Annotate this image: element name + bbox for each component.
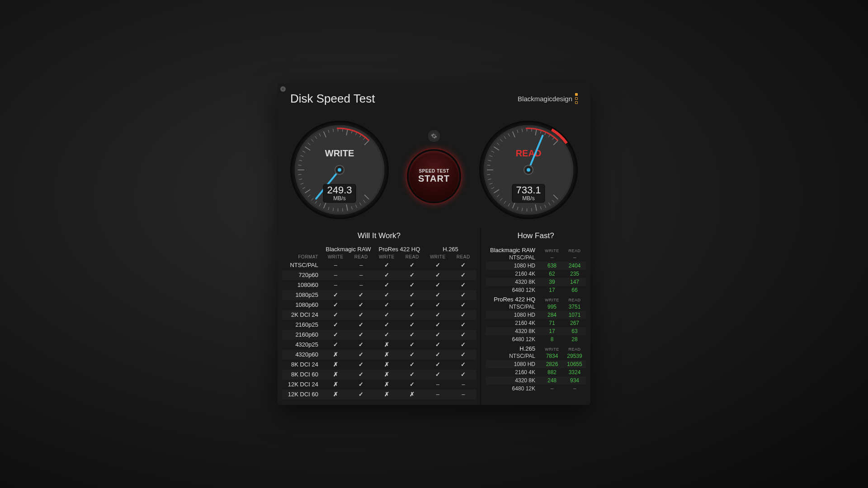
check-icon: ✓	[323, 291, 349, 298]
check-icon: ✓	[349, 381, 374, 388]
cross-icon: ✗	[323, 351, 349, 358]
start-label-large: START	[418, 174, 450, 184]
will-row: 1080p25✓✓✓✓✓✓	[282, 290, 476, 300]
check-icon: ✓	[400, 272, 425, 278]
fast-write-value: 248	[541, 377, 563, 384]
read-header: READ	[400, 253, 425, 260]
fast-read-value: 29539	[563, 353, 586, 359]
check-icon: ✓	[374, 301, 400, 308]
fast-read-value: 235	[563, 271, 586, 277]
fast-write-value: 17	[541, 287, 563, 293]
app-window: × Disk Speed Test Blackmagicdesign WRIT	[278, 84, 590, 405]
format-label: 2160p60	[282, 331, 323, 338]
dash-icon: –	[425, 381, 451, 388]
will-row: 4320p25✓✓✗✓✓✓	[282, 340, 476, 350]
dash-icon: –	[451, 381, 476, 388]
fast-format: NTSC/PAL	[486, 304, 541, 310]
check-icon: ✓	[451, 291, 476, 298]
check-icon: ✓	[400, 381, 425, 388]
write-header: WRITE	[374, 253, 400, 260]
read-header: READ	[451, 253, 476, 260]
fast-write-value: 71	[541, 320, 563, 326]
cross-icon: ✗	[323, 361, 349, 368]
fast-format: 6480 12K	[486, 336, 541, 343]
check-icon: ✓	[451, 361, 476, 368]
fast-row: 2160 4K 882 3324	[486, 368, 586, 376]
settings-button[interactable]	[427, 129, 441, 143]
dash-icon: –	[349, 282, 374, 288]
will-row: 2160p25✓✓✓✓✓✓	[282, 320, 476, 330]
check-icon: ✓	[349, 301, 374, 308]
start-button[interactable]: SPEED TEST START	[409, 151, 459, 202]
check-icon: ✓	[349, 331, 374, 338]
brand-text: Blackmagicdesign	[518, 95, 572, 103]
fast-read-value: 147	[563, 279, 586, 285]
format-label: 720p60	[282, 272, 323, 278]
format-label: 12K DCI 60	[282, 391, 323, 398]
check-icon: ✓	[400, 371, 425, 378]
fast-codec-name: Blackmagic RAW	[486, 247, 541, 253]
cross-icon: ✗	[374, 391, 400, 398]
format-label: 2160p25	[282, 321, 323, 328]
start-label-small: SPEED TEST	[419, 169, 449, 174]
fast-read-value: 63	[563, 328, 586, 334]
check-icon: ✓	[374, 311, 400, 318]
check-icon: ✓	[400, 341, 425, 348]
fast-write-value: –	[541, 385, 563, 392]
check-icon: ✓	[374, 282, 400, 288]
cross-icon: ✗	[323, 371, 349, 378]
check-icon: ✓	[349, 321, 374, 328]
codec-header: ProRes 422 HQ	[374, 245, 425, 253]
dash-icon: –	[323, 262, 349, 268]
fast-format: 4320 8K	[486, 328, 541, 334]
check-icon: ✓	[451, 272, 476, 278]
read-header: READ	[563, 347, 586, 352]
check-icon: ✓	[425, 282, 451, 288]
will-row: 1080p60✓✓✓✓✓✓	[282, 300, 476, 310]
format-label: 4320p25	[282, 341, 323, 348]
svg-text:MB/s: MB/s	[333, 195, 345, 202]
will-row: 12K DCI 24✗✓✗✓––	[282, 380, 476, 389]
svg-point-98	[527, 168, 530, 172]
write-header: WRITE	[323, 253, 349, 260]
check-icon: ✓	[374, 331, 400, 338]
read-header: READ	[563, 249, 586, 253]
will-row: 8K DCI 24✗✓✗✓✓✓	[282, 360, 476, 370]
read-header: READ	[349, 253, 374, 260]
check-icon: ✓	[451, 282, 476, 288]
will-row: 2160p60✓✓✓✓✓✓	[282, 330, 476, 340]
svg-text:WRITE: WRITE	[325, 148, 354, 158]
fast-read-value: 66	[563, 287, 586, 293]
fast-row: 1080 HD 2826 10655	[486, 360, 586, 368]
will-row: NTSC/PAL––✓✓✓✓	[282, 260, 476, 270]
fast-read-value: 934	[563, 377, 586, 384]
brand-dots-icon	[575, 93, 578, 104]
check-icon: ✓	[374, 272, 400, 278]
results-panels: Will It Work? Blackmagic RAWProRes 422 H…	[278, 228, 590, 405]
format-label: 4320p60	[282, 351, 323, 358]
fast-group-header: H.265 WRITE READ	[486, 343, 586, 352]
fast-read-value: –	[563, 385, 586, 392]
check-icon: ✓	[349, 371, 374, 378]
fast-row: 2160 4K 62 235	[486, 270, 586, 278]
format-label: 1080i60	[282, 282, 323, 288]
check-icon: ✓	[374, 291, 400, 298]
check-icon: ✓	[451, 351, 476, 358]
check-icon: ✓	[400, 331, 425, 338]
fast-row: 6480 12K 17 66	[486, 286, 586, 294]
format-header: FORMAT	[282, 253, 323, 260]
check-icon: ✓	[349, 351, 374, 358]
close-button[interactable]: ×	[280, 86, 286, 92]
will-row: 4320p60✗✓✗✓✓✓	[282, 350, 476, 360]
check-icon: ✓	[323, 311, 349, 318]
fast-read-value: 1071	[563, 312, 586, 318]
fast-codec-name: ProRes 422 HQ	[486, 296, 541, 303]
cross-icon: ✗	[323, 391, 349, 398]
read-gauge: READ 733.1 MB/s	[476, 118, 580, 222]
svg-line-60	[532, 208, 532, 211]
will-row: 8K DCI 60✗✓✗✓✓✓	[282, 370, 476, 380]
fast-read-value: 10655	[563, 361, 586, 367]
fast-format: NTSC/PAL	[486, 254, 541, 261]
format-label: 1080p25	[282, 291, 323, 298]
fast-read-value: 267	[563, 320, 586, 326]
